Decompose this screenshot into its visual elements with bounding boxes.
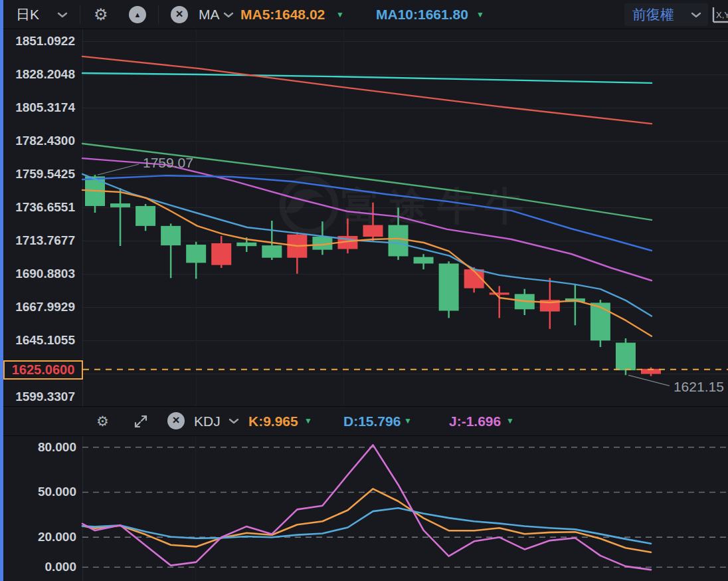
candle-body <box>136 206 155 226</box>
d-down-triangle-icon: ▼ <box>404 407 412 435</box>
ma5-value[interactable]: MA5:1648.02 <box>240 0 325 29</box>
candle-body <box>161 226 181 245</box>
candle-body <box>414 257 434 264</box>
candle-body <box>591 302 610 340</box>
price-axis-label: 1713.7677 <box>3 233 75 248</box>
current-price-badge: 1625.0600 <box>3 360 83 380</box>
pane-divider <box>0 435 728 436</box>
candle-wick <box>575 284 577 325</box>
candle-body <box>110 203 130 207</box>
gear-icon[interactable]: ⚙ <box>96 407 109 435</box>
candle-body <box>211 243 231 265</box>
price-axis-label: 1599.3307 <box>3 390 75 404</box>
price-axis-label: 1759.5425 <box>3 167 75 181</box>
candle-body <box>616 343 636 371</box>
kdj-line-J <box>82 445 651 570</box>
annotation-pointer <box>628 375 670 386</box>
price-axis-label: 1667.9929 <box>3 300 75 314</box>
ma10-value[interactable]: MA10:1661.80 <box>376 0 468 29</box>
price-annotation: 1759.07 <box>143 155 193 171</box>
candle-body <box>439 263 459 310</box>
kdj-axis-label: 50.000 <box>3 485 76 499</box>
price-axis-label: 1851.0922 <box>3 34 75 49</box>
kdj-indicator-dropdown[interactable]: KDJ <box>194 407 221 435</box>
arrow-up-circle-icon[interactable]: ▲ <box>129 6 146 23</box>
candle-body <box>490 292 509 294</box>
kdj-axis-label: 20.000 <box>3 530 76 544</box>
kdj-j-value[interactable]: J:-1.696 <box>449 407 501 435</box>
chevron-down-icon <box>57 12 68 18</box>
close-icon[interactable]: × <box>171 6 188 23</box>
adjust-label[interactable]: 前復權 <box>632 0 674 29</box>
toolbar-divider <box>158 5 159 24</box>
price-annotation: 1621.15 <box>674 379 724 395</box>
candle-body <box>389 225 409 257</box>
watermark: 富途牛牛 <box>282 179 533 232</box>
ma-line-ma-long-teal <box>82 73 652 83</box>
kdj-toolbar: ⚙ × KDJ K:9.965 ▼ D:15.796 ▼ J:-1.696 ▼ <box>0 407 728 435</box>
window-edge-strip <box>0 0 3 581</box>
candle-body <box>363 225 383 237</box>
candle-body <box>262 245 282 258</box>
ma-line-ma-long-salmon <box>82 57 652 124</box>
gear-icon[interactable]: ⚙ <box>94 0 108 29</box>
price-axis-label: 1805.3174 <box>3 100 75 115</box>
period-dropdown[interactable]: 日K <box>16 0 39 29</box>
svg-text:X,Y: X,Y <box>716 10 728 20</box>
k-down-triangle-icon: ▼ <box>304 407 312 435</box>
close-icon[interactable]: × <box>167 412 185 429</box>
expand-icon[interactable] <box>133 413 149 429</box>
chevron-down-icon <box>691 12 701 18</box>
candle-body <box>186 245 206 263</box>
ma-indicator-dropdown[interactable]: MA <box>199 0 220 29</box>
chevron-down-icon <box>223 12 234 18</box>
price-axis-label: 1645.1055 <box>3 333 75 348</box>
period-label: 日K <box>16 7 39 22</box>
price-axis-label: 1782.4300 <box>3 134 75 148</box>
svg-text:富途牛牛: 富途牛牛 <box>341 184 533 227</box>
candle-wick <box>120 188 122 246</box>
trading-chart-window: { "colors": { "bg": "#17191E", "axis_tex… <box>0 0 728 581</box>
candle-wick <box>498 286 500 318</box>
kdj-k-value[interactable]: K:9.965 <box>248 407 298 435</box>
candle-body <box>236 243 256 246</box>
price-axis-label: 1690.8803 <box>3 267 75 281</box>
price-axis-label: 1828.2048 <box>3 67 75 82</box>
kdj-line-K <box>82 489 651 552</box>
chevron-down-icon <box>228 418 239 424</box>
price-axis-label: 1736.6551 <box>3 200 75 215</box>
main-toolbar: 日K ⚙ ▲ × MA MA5:1648.02 ▼ MA10:1661.80 ▼… <box>0 0 728 29</box>
kdj-d-value[interactable]: D:15.796 <box>343 407 401 435</box>
kdj-axis-label: 0.000 <box>3 560 76 574</box>
ma10-down-triangle-icon: ▼ <box>476 0 484 29</box>
ma5-down-triangle-icon: ▼ <box>336 0 344 29</box>
chart-canvas[interactable]: 富途牛牛 <box>0 0 728 581</box>
toolbar-divider <box>80 5 80 24</box>
annotation-pointer <box>98 164 139 175</box>
kdj-axis-label: 80.000 <box>3 440 76 455</box>
j-down-triangle-icon: ▼ <box>506 407 514 435</box>
axis-coordinate-icon[interactable]: X,Y <box>711 5 728 25</box>
